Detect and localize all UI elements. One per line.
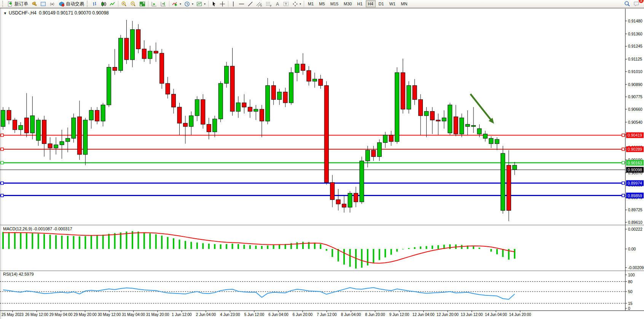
line-chart-icon [110, 1, 115, 7]
candle [248, 107, 252, 111]
price-tick-label: 0.90660 [628, 107, 642, 112]
hline-anchor[interactable] [1, 161, 3, 164]
time-axis-label: 4 Jun 23:00 [220, 313, 240, 317]
hline-anchor[interactable] [1, 134, 3, 137]
candle [160, 53, 164, 83]
hline-anchor[interactable] [1, 148, 3, 150]
new-order-button[interactable]: 新订单 [6, 0, 30, 8]
market-watch-button[interactable] [39, 0, 48, 8]
toolbar-separator [228, 1, 228, 7]
timeframe-h1-button[interactable]: H1 [355, 0, 365, 7]
hline-anchor[interactable] [622, 194, 625, 197]
hline-anchor[interactable] [622, 182, 625, 185]
zoom-out-button[interactable] [129, 0, 138, 8]
candle [501, 153, 505, 211]
fibonacci-tool-button[interactable]: F [264, 0, 274, 8]
crosshair-icon [220, 1, 225, 7]
equidistant-channel-tool-button[interactable]: E [255, 0, 264, 8]
equidistant-channel-icon: E [256, 1, 263, 7]
chart-canvas[interactable]: 0.914800.913600.912450.911250.910100.908… [0, 8, 644, 319]
rsi-tick-label: 15 [628, 301, 633, 306]
search-icon [624, 1, 630, 7]
signal-button[interactable] [48, 0, 57, 8]
hline-anchor[interactable] [1, 194, 3, 197]
hline-anchor[interactable] [622, 148, 625, 150]
timeframe-m30-button[interactable]: M30 [341, 0, 354, 7]
chart-shift-button[interactable] [159, 0, 168, 8]
svg-text:E: E [260, 4, 262, 7]
crosshair-tool-button[interactable] [218, 0, 227, 8]
candle [418, 100, 422, 116]
price-tick-label: 0.91010 [628, 69, 642, 74]
timeframe-d1-button[interactable]: D1 [376, 0, 386, 7]
macd-tick-label: 0.00 [628, 247, 636, 251]
candle [207, 124, 211, 132]
svg-text:A: A [276, 2, 279, 7]
candle [60, 142, 64, 145]
candle [436, 120, 440, 121]
time-axis-label: 8 Jun 04:00 [341, 313, 361, 317]
hline-anchor[interactable] [622, 161, 625, 164]
auto-scroll-button[interactable] [150, 0, 159, 8]
vertical-line-tool-button[interactable] [230, 0, 237, 8]
timeframe-h4-button[interactable]: H4 [366, 0, 376, 7]
tile-windows-button[interactable] [138, 0, 147, 8]
candlestick-mode-button[interactable] [99, 0, 108, 8]
chart-window: ▼USDCHF-,H4 0.90149 0.90171 0.90070 0.90… [0, 8, 644, 319]
candle [113, 67, 117, 70]
hline-anchor[interactable] [622, 134, 625, 137]
svg-text:T: T [285, 2, 287, 6]
price-tick-label: 0.91360 [628, 32, 642, 36]
horizontal-line-tool-button[interactable] [237, 0, 246, 8]
templates-icon [196, 1, 202, 7]
notification-count-badge: 1 [639, 0, 644, 3]
candle [72, 118, 76, 139]
gavel-button[interactable] [30, 0, 39, 8]
cursor-tool-button[interactable] [210, 0, 218, 8]
candle [430, 112, 434, 120]
timeframe-mn-button[interactable]: MN [399, 0, 410, 7]
timeframe-m5-button[interactable]: M5 [317, 0, 327, 7]
candle [236, 103, 241, 112]
periods-button[interactable]: ▾ [183, 0, 195, 8]
templates-button[interactable]: ▾ [195, 0, 207, 8]
autotrading-button[interactable]: 自动交易 [57, 0, 86, 8]
dropdown-caret-icon: ▾ [180, 2, 181, 6]
rsi-tick-label: 100 [628, 273, 635, 277]
time-axis-label: 12 Jun 20:00 [437, 313, 459, 317]
hline-anchor[interactable] [1, 182, 3, 185]
axis-price-badge-label: 0.89859 [628, 193, 642, 198]
chart-dropdown-icon[interactable]: ▼ [3, 11, 7, 15]
bar-chart-mode-button[interactable] [91, 0, 99, 8]
time-axis-label: 14 Jun 04:00 [485, 313, 507, 317]
search-button[interactable] [623, 0, 632, 8]
toolbar-separator [118, 1, 118, 7]
line-chart-mode-button[interactable] [108, 0, 117, 8]
timeframe-w1-button[interactable]: W1 [387, 0, 398, 7]
indicators-button[interactable]: ▾ [171, 0, 183, 8]
arrows-tool-button[interactable]: ▾ [291, 0, 303, 8]
toolbar-grip[interactable] [87, 1, 89, 7]
candle [65, 138, 70, 141]
clock-icon [184, 1, 190, 7]
rsi-line [3, 287, 515, 299]
trendline-tool-button[interactable] [246, 0, 255, 8]
notifications-button[interactable]: 1 [632, 0, 641, 8]
toolbar-grip[interactable] [2, 1, 5, 7]
zoom-in-icon [121, 1, 127, 7]
price-tick-label: 0.89725 [628, 207, 642, 212]
zoom-in-button[interactable] [120, 0, 129, 8]
candle [283, 92, 287, 103]
text-label-tool-button[interactable]: T [282, 0, 291, 8]
candle [266, 86, 270, 121]
rsi-tick-label: 0 [628, 306, 630, 311]
time-axis-label: 7 Jun 12:00 [317, 313, 337, 317]
candle [225, 66, 229, 83]
price-tick-label: 0.91480 [628, 19, 642, 23]
timeframe-m1-button[interactable]: M1 [306, 0, 316, 7]
timeframe-m15-button[interactable]: M15 [328, 0, 341, 7]
candle [42, 120, 46, 144]
candle [354, 193, 358, 202]
axis-price-badge-label: 0.90419 [628, 133, 642, 137]
text-tool-button[interactable]: A [274, 0, 282, 8]
